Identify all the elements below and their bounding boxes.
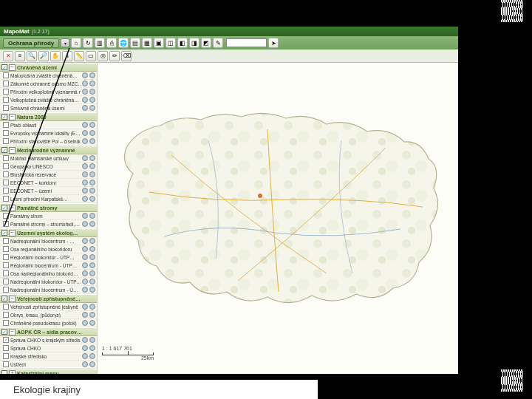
- select-icon[interactable]: ▭: [86, 51, 96, 61]
- layer-info-icon[interactable]: [82, 337, 88, 343]
- layer-checkbox[interactable]: [3, 72, 9, 78]
- layer-info-icon[interactable]: [82, 361, 88, 367]
- tool-c-icon[interactable]: ◩: [201, 38, 211, 48]
- identify-icon[interactable]: ◎: [98, 51, 108, 61]
- layer-row[interactable]: Správa CHKO: [0, 344, 97, 352]
- layer-info-icon[interactable]: [82, 238, 88, 244]
- layer-style-icon[interactable]: [89, 279, 95, 284]
- layer-group-header[interactable]: ✓−Mezinárodně významné: [0, 146, 97, 154]
- group-checkbox[interactable]: ✓: [1, 205, 7, 211]
- layer-checkbox[interactable]: [3, 171, 9, 177]
- table-icon[interactable]: ▣: [154, 38, 164, 48]
- layer-checkbox[interactable]: [3, 155, 9, 161]
- layer-style-icon[interactable]: [89, 89, 95, 95]
- layer-info-icon[interactable]: [82, 122, 88, 128]
- layer-row[interactable]: Zákonné ochranné pásmo MZC…: [0, 80, 97, 88]
- map-canvas[interactable]: 1 : 1 617 761 25km: [98, 63, 458, 374]
- layer-style-icon[interactable]: [89, 345, 95, 351]
- layer-style-icon[interactable]: [89, 213, 95, 219]
- layer-row[interactable]: Ústředí: [0, 361, 97, 369]
- layer-row[interactable]: Přírodní velkoplošně významná r…: [0, 88, 97, 96]
- layer-checkbox[interactable]: [3, 353, 9, 359]
- layer-style-icon[interactable]: [89, 270, 95, 276]
- layer-checkbox[interactable]: [3, 262, 9, 268]
- group-checkbox[interactable]: ✓: [1, 147, 7, 153]
- layer-style-icon[interactable]: [89, 81, 95, 86]
- layer-checkbox[interactable]: [3, 246, 9, 252]
- layer-row[interactable]: ✓Správa CHKO s krajským středis…: [0, 336, 97, 344]
- collapse-icon[interactable]: −: [9, 64, 16, 71]
- layer-info-icon[interactable]: [82, 320, 88, 326]
- layer-checkbox[interactable]: [3, 270, 9, 276]
- layer-style-icon[interactable]: [89, 188, 95, 194]
- layer-row[interactable]: Veřejnosti zpřístupněné jeskyně: [0, 303, 97, 311]
- layer-info-icon[interactable]: [82, 304, 88, 310]
- layer-info-icon[interactable]: [82, 262, 88, 268]
- layer-row[interactable]: Biosférická rezervace: [0, 171, 97, 179]
- layer-row[interactable]: Památný strom: [0, 212, 97, 220]
- layer-row[interactable]: Regionální biokoridor - ÚTP…: [0, 253, 97, 262]
- layer-checkbox[interactable]: [3, 254, 9, 260]
- layer-checkbox[interactable]: [3, 138, 9, 144]
- layer-info-icon[interactable]: [82, 180, 88, 185]
- layer-checkbox[interactable]: [3, 196, 9, 202]
- layer-checkbox[interactable]: [3, 312, 9, 318]
- layer-row[interactable]: Nadregionální biokoridor - ÚTP…: [0, 278, 97, 286]
- layer-style-icon[interactable]: [89, 105, 95, 111]
- layer-style-icon[interactable]: [89, 312, 95, 318]
- layer-style-icon[interactable]: [89, 97, 95, 103]
- layer-checkbox[interactable]: [3, 130, 9, 136]
- layer-checkbox[interactable]: [3, 180, 9, 185]
- layer-checkbox[interactable]: [3, 105, 9, 111]
- layer-checkbox[interactable]: [3, 89, 9, 95]
- layer-info-icon[interactable]: [82, 130, 88, 136]
- layer-group-header[interactable]: ✓−Územní systém ekolog…: [0, 228, 97, 237]
- layer-info-icon[interactable]: [82, 254, 88, 260]
- layer-info-icon[interactable]: [82, 97, 88, 103]
- layer-row[interactable]: EECONET – koridory: [0, 179, 97, 187]
- layer-style-icon[interactable]: [89, 171, 95, 177]
- layer-style-icon[interactable]: [89, 130, 95, 136]
- refresh-icon[interactable]: ↻: [83, 38, 93, 48]
- info-icon[interactable]: ℹ: [62, 51, 72, 61]
- layer-row[interactable]: Chráněné pseudokrasu (potok): [0, 319, 97, 327]
- layer-info-icon[interactable]: [82, 279, 88, 284]
- layer-checkbox[interactable]: [3, 163, 9, 169]
- zoom-out-icon[interactable]: 🔎: [38, 51, 49, 61]
- layer-checkbox[interactable]: [3, 279, 9, 284]
- layer-style-icon[interactable]: [89, 221, 95, 227]
- layer-checkbox[interactable]: [3, 238, 9, 244]
- zoom-in-icon[interactable]: 🔍: [27, 51, 37, 61]
- layer-info-icon[interactable]: [82, 163, 88, 169]
- layer-style-icon[interactable]: [89, 238, 95, 244]
- layer-info-icon[interactable]: [82, 287, 88, 293]
- expand-icon[interactable]: +: [9, 370, 16, 375]
- search-input[interactable]: [226, 38, 267, 47]
- layer-checkbox[interactable]: [3, 361, 9, 367]
- layer-style-icon[interactable]: [89, 320, 95, 326]
- group-checkbox[interactable]: ✓: [1, 64, 7, 70]
- layer-info-icon[interactable]: [82, 105, 88, 111]
- layer-row[interactable]: Ptačí oblasti: [0, 121, 97, 129]
- layer-row[interactable]: Evropsky významné lokality (E…: [0, 129, 97, 137]
- layer-info-icon[interactable]: [82, 89, 88, 95]
- layer-checkbox[interactable]: [3, 81, 9, 86]
- doc-icon[interactable]: ▤: [130, 38, 140, 48]
- layer-row[interactable]: Mokřad Ramsarské úmluvy: [0, 154, 97, 163]
- layer-checkbox[interactable]: [3, 188, 9, 194]
- layer-info-icon[interactable]: [82, 353, 88, 359]
- layer-checkbox[interactable]: [3, 221, 9, 227]
- layer-style-icon[interactable]: [89, 155, 95, 161]
- print-icon[interactable]: ⎙: [106, 38, 117, 48]
- collapse-icon[interactable]: −: [9, 296, 16, 302]
- image-icon[interactable]: ▦: [142, 38, 152, 48]
- layer-style-icon[interactable]: [89, 138, 95, 144]
- layer-row[interactable]: Památné stromy – stromořadí,…: [0, 220, 97, 228]
- layer-row[interactable]: Přírodní stanoviště Pol – číselník 74: [0, 137, 97, 146]
- layer-checkbox[interactable]: [3, 345, 9, 351]
- layer-row[interactable]: Osa regionálního biokoridoru: [0, 245, 97, 253]
- layer-checkbox[interactable]: [3, 97, 9, 103]
- list-icon[interactable]: ≡: [15, 51, 25, 61]
- layer-style-icon[interactable]: [89, 361, 95, 367]
- layer-info-icon[interactable]: [82, 196, 88, 202]
